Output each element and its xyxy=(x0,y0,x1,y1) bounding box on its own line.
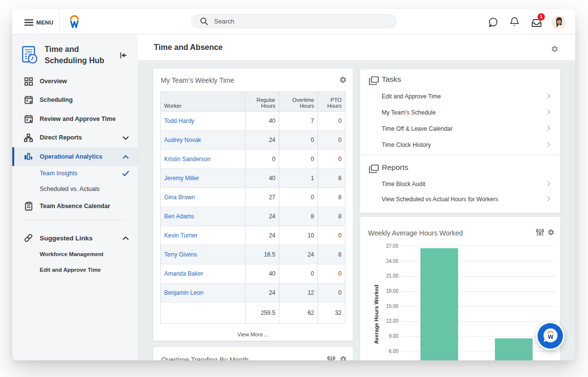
svg-text:w: w xyxy=(547,332,554,340)
